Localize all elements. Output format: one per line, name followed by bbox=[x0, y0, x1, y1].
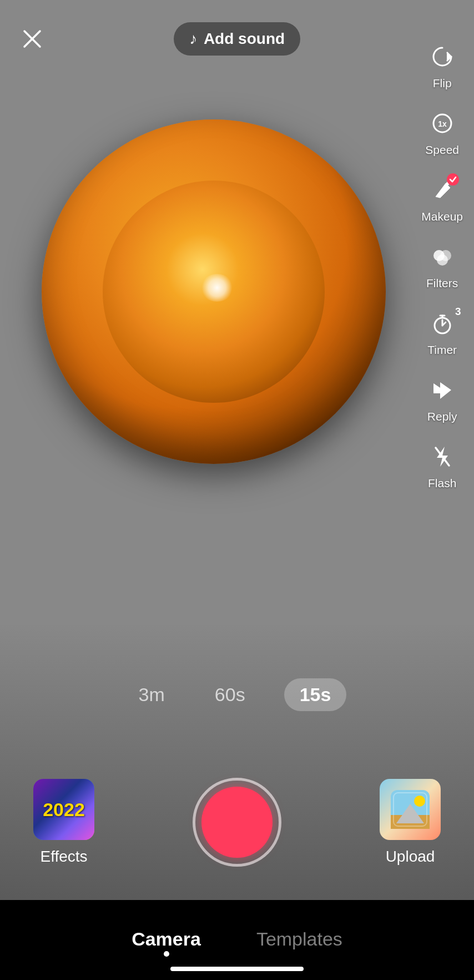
timer-icon: 3 bbox=[425, 306, 460, 341]
right-controls: Flip 1x Speed bbox=[421, 33, 463, 496]
duration-60s[interactable]: 60s bbox=[204, 678, 256, 711]
flip-icon bbox=[425, 39, 460, 74]
tab-active-indicator bbox=[164, 951, 169, 957]
bowl-highlight bbox=[200, 274, 234, 302]
bowl-inner bbox=[103, 181, 325, 403]
effects-thumbnail: 2022 bbox=[33, 779, 94, 840]
close-button[interactable] bbox=[17, 23, 48, 54]
add-sound-label: Add sound bbox=[204, 30, 285, 48]
effects-label: Effects bbox=[40, 848, 87, 866]
bowl-outer bbox=[42, 119, 386, 464]
timer-control[interactable]: 3 Timer bbox=[425, 300, 460, 362]
timer-badge: 3 bbox=[455, 306, 461, 318]
filters-label: Filters bbox=[426, 277, 458, 290]
duration-15s[interactable]: 15s bbox=[284, 678, 347, 711]
filters-control[interactable]: Filters bbox=[425, 233, 460, 296]
tab-templates[interactable]: Templates bbox=[256, 928, 342, 950]
record-button[interactable] bbox=[193, 778, 281, 867]
timer-label: Timer bbox=[427, 343, 457, 357]
effects-year: 2022 bbox=[43, 799, 85, 821]
upload-thumbnail bbox=[380, 779, 441, 840]
nav-tabs: Camera Templates bbox=[132, 900, 342, 967]
camera-viewfinder: ♪ Add sound Flip 1x bbox=[0, 0, 474, 900]
flip-label: Flip bbox=[433, 77, 452, 90]
add-sound-button[interactable]: ♪ Add sound bbox=[174, 22, 300, 56]
speed-icon: 1x bbox=[425, 106, 460, 141]
duration-3m[interactable]: 3m bbox=[128, 678, 176, 711]
bottom-navigation: Camera Templates bbox=[0, 900, 474, 980]
camera-subject bbox=[28, 67, 400, 517]
svg-point-6 bbox=[437, 254, 448, 266]
flash-icon bbox=[425, 439, 460, 474]
filters-icon bbox=[425, 239, 460, 274]
svg-text:1x: 1x bbox=[438, 119, 447, 128]
reply-label: Reply bbox=[427, 410, 457, 423]
flip-control[interactable]: Flip bbox=[425, 33, 460, 96]
music-icon: ♪ bbox=[189, 30, 197, 48]
makeup-icon bbox=[425, 172, 460, 208]
speed-label: Speed bbox=[425, 143, 459, 157]
makeup-badge bbox=[447, 173, 459, 186]
reply-icon bbox=[425, 372, 460, 408]
flash-label: Flash bbox=[428, 477, 456, 490]
upload-label: Upload bbox=[386, 848, 435, 866]
top-bar: ♪ Add sound bbox=[0, 0, 474, 61]
record-button-inner bbox=[201, 787, 273, 858]
speed-control[interactable]: 1x Speed bbox=[425, 100, 460, 162]
makeup-label: Makeup bbox=[421, 210, 463, 223]
makeup-control[interactable]: Makeup bbox=[421, 167, 463, 229]
bottom-action-bar: 2022 Effects bbox=[0, 778, 474, 867]
reply-control[interactable]: Reply bbox=[425, 367, 460, 429]
flash-control[interactable]: Flash bbox=[425, 433, 460, 496]
effects-button[interactable]: 2022 Effects bbox=[33, 779, 94, 866]
record-button-container bbox=[193, 778, 281, 867]
upload-button[interactable]: Upload bbox=[380, 779, 441, 866]
home-indicator bbox=[170, 967, 304, 971]
tab-camera[interactable]: Camera bbox=[132, 928, 201, 950]
duration-selector: 3m 60s 15s bbox=[0, 678, 474, 711]
svg-point-15 bbox=[414, 796, 425, 807]
